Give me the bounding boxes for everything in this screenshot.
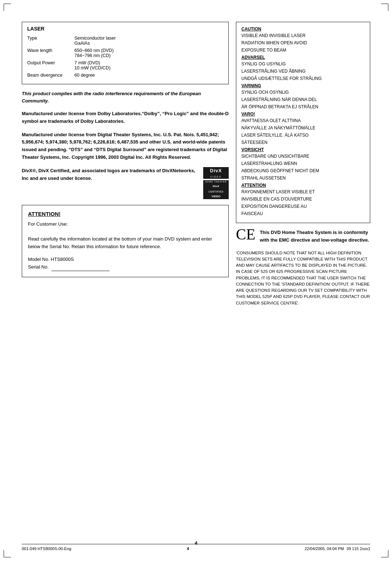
caution-line-6: UNDGÅ UDSÆTTELSE FOR STRÅLING [241,75,365,82]
caution-vorsicht: VORSICHT [241,146,365,153]
laser-value-beam: 60 degree [74,72,223,79]
footer-center-num: 4 [187,546,189,551]
laser-label-beam: Beam divergence [27,72,74,79]
caution-box: CAUTION VISIBLE AND INVISIBLE LASER RADI… [236,22,370,223]
attention-model: Model No. HTS8000S Serial No. [28,256,222,271]
ce-text-content: This DVD Home Theatre System is in confo… [260,230,369,243]
caution-line-3: EXPOSURE TO BEAM [241,47,365,53]
caution-line-9: ÄR ÖPPNAD BETRAKTA EJ STRÅLEN [241,104,365,110]
main-content: LASER Type Semiconductor laserGaAlAs Wav… [22,22,370,306]
corner-mark-bl [4,550,11,557]
caution-line-19: INVISIBLE EN CAS D'OUVERTURE [241,196,365,202]
divx-logo-1: DivX VIDEO [203,167,229,179]
corner-mark-tl [4,4,11,11]
radio-compliance-text: This product complies with the radio int… [22,90,229,104]
divx-logo1-subtext: VIDEO [210,175,222,179]
footer-page-stamp: 39 115 2xxx1 [347,546,370,551]
divx-logo2-certified: CERTIFIED [208,190,223,194]
corner-mark-br [381,550,388,557]
model-number: Model No. HTS8000S [28,257,74,262]
divx-logo2-ht: HOME THEATER [205,180,227,184]
divx-text-block: DivX®, DivX Certified, and associated lo… [22,167,199,182]
serial-number-label: Serial No. [28,264,49,270]
laser-title: LASER [27,26,223,32]
caution-line-21: FAISCEAU [241,210,365,217]
laser-value-type: Semiconductor laserGaAlAs [74,35,223,47]
serial-underline [52,271,110,271]
laser-label-power: Output Power [27,59,74,72]
caution-attention: ATTENTION [241,182,365,189]
footer-left: 001-049 HTS8000S-00-Eng [22,546,71,551]
divx-text: DivX®, DivX Certified, and associated lo… [22,168,195,181]
footer-bar: 001-049 HTS8000S-00-Eng 4 22/04/2005, 04… [22,544,370,551]
caution-line-5: LASERSTRÅLING VED ÅBNING [241,68,365,74]
radio-line1: This product complies with the radio int… [22,91,201,104]
laser-label-wave: Wave length [27,47,74,59]
right-column: CAUTION VISIBLE AND INVISIBLE LASER RADI… [236,22,370,306]
caution-line-17: STRAHL AUSSETSEN [241,175,365,181]
page: LASER Type Semiconductor laserGaAlAs Wav… [0,0,392,561]
caution-heading: CAUTION [241,26,365,32]
table-row: Output Power 7 mW (DVD)10 mW (VCD/CD) [27,59,223,72]
caution-varo: VARO! [241,111,365,117]
divx-logos: DivX VIDEO HOME THEATER DivX CERTIFIED V… [203,167,229,199]
caution-line-12: LASER SÄTEILYLLE. ÄLÄ KATSO [241,132,365,138]
table-row: Beam divergence 60 degree [27,72,223,79]
dolby-text: Manufactured under license from Dolby La… [22,110,229,125]
table-row: Wave length 650~660 nm (DVD)784~796 nm (… [27,47,223,59]
laser-value-wave: 650~660 nm (DVD)784~796 nm (CD) [74,47,223,59]
consumer-note: 'CONSUMERS SHOULD NOTE THAT NOT ALL HIGH… [236,250,370,306]
dts-text: Manufactured under license from Digital … [22,131,229,161]
divx-logo2-text: DivX [213,184,219,189]
ce-mark: CE [236,227,256,242]
caution-varning: VARNING [241,82,365,89]
left-column: LASER Type Semiconductor laserGaAlAs Wav… [22,22,229,306]
attention-for-customer: For Customer Use: [28,221,222,228]
divx-logo-2: HOME THEATER DivX CERTIFIED VIDEO [203,180,229,199]
laser-table: Type Semiconductor laserGaAlAs Wave leng… [27,35,223,79]
attention-body: Read carefully the information located a… [28,235,222,251]
attention-title: ATTENTION! [28,210,222,218]
caution-line-11: NÄKYVÄLLE JA NÄKYMÄTTÖMÄLLE [241,125,365,131]
divx-logo1-text: DivX [210,167,222,175]
ce-section: CE This DVD Home Theatre System is in co… [236,229,370,244]
divx-section: DivX®, DivX Certified, and associated lo… [22,167,229,199]
ce-text: This DVD Home Theatre System is in confo… [260,229,370,244]
caution-line-8: LASERSTRÅLNING NÄR DENNA DEL [241,96,365,103]
laser-box: LASER Type Semiconductor laserGaAlAs Wav… [22,22,229,84]
caution-line-14: SICHTBARE UND UNSICHTBARE [241,153,365,160]
corner-mark-tr [381,4,388,11]
footer-date: 22/04/2005, 04:04 PM [305,546,344,551]
divx-logo2-video: VIDEO [212,194,221,199]
attention-box: ATTENTION! For Customer Use: Read carefu… [22,205,229,277]
caution-line-15: LASERSTRAHLUNG WENN [241,160,365,167]
caution-line-20: EXPOSITION DANGEREUSE AU [241,203,365,210]
laser-label-type: Type [27,35,74,47]
footer-right: 22/04/2005, 04:04 PM 39 115 2xxx1 [305,546,370,551]
caution-line-1: VISIBLE AND INVISIBLE LASER [241,32,365,39]
caution-advarsel: ADVARSEL [241,54,365,61]
caution-line-16: ABDECKUNG GEÖFFNET NICHT DEM [241,168,365,174]
caution-line-2: RADIATION WHEN OPEN AVOID [241,40,365,46]
table-row: Type Semiconductor laserGaAlAs [27,35,223,47]
caution-line-7: SYNLIG OCH OSYNLIG [241,89,365,96]
caution-line-10: AVATTAESSA OLET ALTTIINA [241,117,365,124]
laser-value-power: 7 mW (DVD)10 mW (VCD/CD) [74,59,223,72]
caution-line-18: RAYONNEMENT LASER VISIBLE ET [241,189,365,195]
caution-line-4: SYNLIG OG USYNLIG [241,61,365,67]
caution-line-13: SÄTEESEEN [241,139,365,146]
